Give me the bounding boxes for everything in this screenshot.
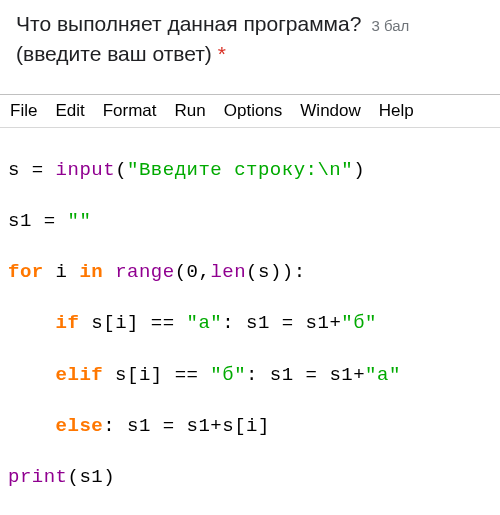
menu-help[interactable]: Help	[379, 101, 414, 121]
code-line-2: s1 = ""	[8, 209, 492, 235]
menu-format[interactable]: Format	[103, 101, 157, 121]
question-points: 3 бал	[371, 17, 409, 34]
menu-run[interactable]: Run	[175, 101, 206, 121]
editor-menu-bar: File Edit Format Run Options Window Help	[0, 95, 500, 128]
code-line-1: s = input("Введите строку:\n")	[8, 158, 492, 184]
code-line-3: for i in range(0,len(s)):	[8, 260, 492, 286]
question-text-line1: Что выполняет данная программа?	[16, 12, 361, 36]
question-text-line2: (введите ваш ответ) *	[16, 42, 484, 66]
menu-options[interactable]: Options	[224, 101, 283, 121]
menu-file[interactable]: File	[10, 101, 37, 121]
required-mark: *	[218, 42, 226, 65]
code-screenshot: File Edit Format Run Options Window Help…	[0, 94, 500, 515]
code-editor-content: s = input("Введите строку:\n") s1 = "" f…	[0, 128, 500, 515]
menu-edit[interactable]: Edit	[55, 101, 84, 121]
code-line-6: else: s1 = s1+s[i]	[8, 414, 492, 440]
code-line-7: print(s1)	[8, 465, 492, 491]
code-line-4: if s[i] == "а": s1 = s1+"б"	[8, 311, 492, 337]
menu-window[interactable]: Window	[300, 101, 360, 121]
code-line-5: elif s[i] == "б": s1 = s1+"а"	[8, 363, 492, 389]
